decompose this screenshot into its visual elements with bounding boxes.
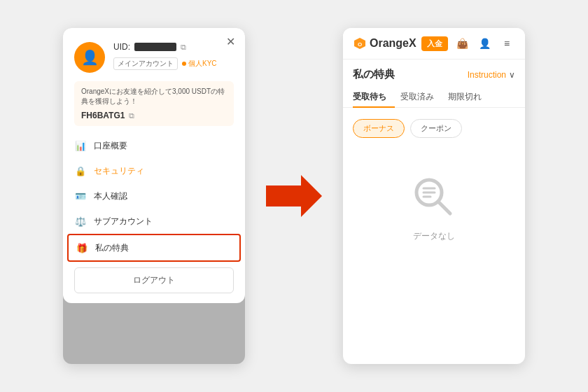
kyc-tag: 個人KYC	[182, 59, 217, 69]
menu-label-subaccount: サブアカウント	[94, 216, 153, 227]
logout-area: ログアウト	[63, 262, 245, 296]
subaccount-icon: ⚖️	[74, 215, 87, 227]
svg-line-6	[438, 202, 450, 214]
arrow-container	[266, 172, 322, 220]
filter-coupon[interactable]: クーポン	[410, 119, 462, 138]
identity-icon: 🪪	[74, 190, 87, 202]
left-phone-panel: O OrangeX 入金 👜 👤 ≡ Oran... 客様... ✕ 👤 UID…	[63, 28, 245, 364]
avatar: 👤	[74, 42, 105, 73]
right-profile-icon[interactable]: 👤	[476, 35, 493, 52]
avatar-icon: 👤	[81, 49, 99, 66]
svg-text:O: O	[358, 41, 362, 48]
kyc-dot	[182, 62, 186, 66]
right-logo: O OrangeX	[353, 36, 416, 50]
filter-buttons: ボーナス クーポン	[343, 115, 525, 145]
referral-text: OrangeXにお友達を紹介して3,000 USDTの特典を獲得しよう！	[81, 87, 227, 106]
menu-item-benefits[interactable]: 🎁 私の特典	[67, 234, 241, 262]
chevron-down-icon[interactable]: ∨	[509, 70, 515, 80]
copy-uid-icon[interactable]: ⧉	[181, 43, 186, 52]
tab-pending[interactable]: 受取待ち	[353, 87, 395, 107]
right-app-header: O OrangeX 入金 👜 👤 ≡	[343, 28, 525, 59]
uid-label: UID:	[113, 42, 130, 52]
menu-item-subaccount[interactable]: ⚖️ サブアカウント	[67, 209, 241, 234]
tabs-row: 受取待ち 受取済み 期限切れ	[343, 87, 525, 108]
menu-items: 📊 口座概要 🔒 セキュリティ 🪪 本人確認 ⚖️ サブアカウント 🎁 私の特典	[63, 133, 245, 262]
copy-referral-icon[interactable]: ⧉	[129, 111, 134, 120]
menu-item-account[interactable]: 📊 口座概要	[67, 133, 241, 158]
main-account-tag: メインアカウント	[113, 57, 178, 70]
tab-received[interactable]: 受取済み	[400, 87, 442, 107]
uid-value-blurred	[134, 43, 176, 51]
account-tags: メインアカウント 個人KYC	[113, 57, 234, 70]
account-icon: 📊	[74, 139, 87, 152]
empty-label: データなし	[413, 230, 455, 242]
page-title: 私の特典	[353, 68, 395, 81]
right-orangex-logo-icon: O	[353, 36, 367, 50]
menu-label-identity: 本人確認	[94, 190, 127, 202]
no-data-icon	[410, 173, 458, 222]
close-icon[interactable]: ✕	[226, 35, 235, 48]
right-logo-text: OrangeX	[370, 37, 416, 50]
menu-label-security: セキュリティ	[94, 165, 144, 177]
right-phone-panel: O OrangeX 入金 👜 👤 ≡ 私の特典 Instruction ∨ 受取…	[343, 28, 525, 364]
menu-item-identity[interactable]: 🪪 本人確認	[67, 183, 241, 209]
referral-box: OrangeXにお友達を紹介して3,000 USDTの特典を獲得しよう！ FH6…	[74, 81, 234, 126]
dropdown-panel: ✕ 👤 UID: ⧉ メインアカウント 個人KYC	[63, 28, 245, 303]
referral-code: FH6BATG1	[81, 111, 125, 120]
menu-label-benefits: 私の特典	[95, 242, 129, 254]
instruction-area: Instruction ∨	[468, 70, 515, 80]
empty-state: データなし	[343, 145, 525, 270]
page-header: 私の特典 Instruction ∨	[343, 59, 525, 87]
menu-item-security[interactable]: 🔒 セキュリティ	[67, 158, 241, 183]
tab-expired[interactable]: 期限切れ	[448, 87, 490, 107]
user-id-row: UID: ⧉	[113, 42, 234, 52]
navigation-arrow	[266, 172, 322, 220]
menu-label-account: 口座概要	[94, 140, 127, 152]
search-empty-svg	[410, 173, 458, 222]
instruction-link[interactable]: Instruction	[468, 70, 506, 80]
benefits-icon: 🎁	[76, 241, 88, 254]
security-icon: 🔒	[74, 164, 87, 177]
user-info-section: 👤 UID: ⧉ メインアカウント 個人KYC	[63, 28, 245, 81]
right-menu-icon[interactable]: ≡	[498, 35, 515, 52]
logout-button[interactable]: ログアウト	[74, 267, 234, 293]
user-details: UID: ⧉ メインアカウント 個人KYC	[113, 42, 234, 70]
svg-marker-2	[266, 175, 322, 217]
right-deposit-button[interactable]: 入金	[421, 36, 448, 51]
filter-bonus[interactable]: ボーナス	[353, 119, 405, 138]
referral-code-row: FH6BATG1 ⧉	[81, 111, 227, 120]
right-header-actions: 入金 👜 👤 ≡	[421, 35, 515, 52]
kyc-label: 個人KYC	[188, 59, 217, 69]
right-wallet-icon[interactable]: 👜	[454, 35, 470, 52]
